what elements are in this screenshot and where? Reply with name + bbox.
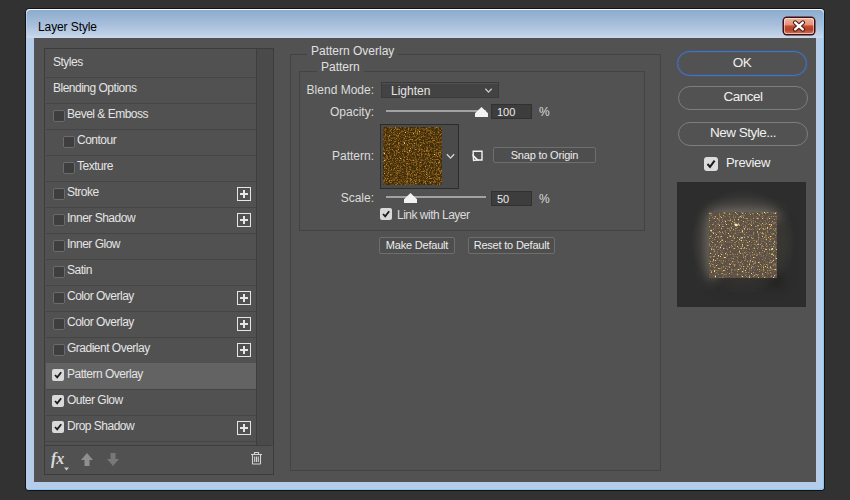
svg-text:fx: fx [51,450,64,468]
